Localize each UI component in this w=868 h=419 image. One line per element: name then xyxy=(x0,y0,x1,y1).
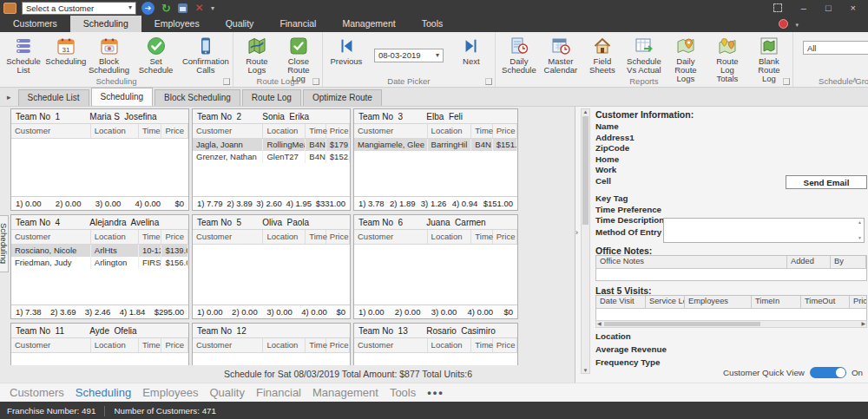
column-header-location[interactable]: Location xyxy=(91,124,139,138)
combo-schedule-group[interactable]: All▾ xyxy=(803,41,868,55)
column-header-timeout[interactable]: TimeOut xyxy=(801,296,850,308)
column-header-added[interactable]: Added xyxy=(787,256,831,268)
table-row[interactable]: Friedman, JudyArlingtonFIRST$156.00 xyxy=(11,257,188,269)
method-of-entry-input[interactable]: ▲ ▼ xyxy=(663,218,865,243)
scroll-up-icon[interactable]: ▲ xyxy=(582,109,589,115)
column-header-time[interactable]: Time xyxy=(471,338,492,352)
menu-tab-financial[interactable]: Financial xyxy=(266,16,329,32)
dialog-launcher-icon[interactable] xyxy=(223,78,230,85)
column-header-by[interactable]: By xyxy=(831,256,866,268)
column-header-time[interactable]: Time xyxy=(471,230,492,244)
column-header-customer[interactable]: Customer xyxy=(193,338,263,352)
team-panel-header[interactable]: Team No 12 xyxy=(193,324,350,338)
menu-tab-tools[interactable]: Tools xyxy=(409,16,457,32)
side-tab-scheduling[interactable]: Scheduling xyxy=(0,215,9,272)
column-header-customer[interactable]: Customer xyxy=(11,124,91,138)
tab-scheduling[interactable]: Scheduling xyxy=(91,88,153,106)
column-header-location[interactable]: Location xyxy=(428,338,472,352)
column-header-timein[interactable]: TimeIn xyxy=(752,296,801,308)
dialog-launcher-icon[interactable] xyxy=(485,78,492,85)
ribbon-button-block-scheduling[interactable]: Block Scheduling xyxy=(88,34,131,75)
column-header-time[interactable]: Time xyxy=(471,124,492,138)
nav-overflow-dots[interactable]: ••• xyxy=(427,386,444,399)
expand-window-icon[interactable] xyxy=(773,3,782,12)
scrollbar-thumb[interactable] xyxy=(604,322,760,326)
column-header-price[interactable]: Price xyxy=(161,124,188,138)
table-row[interactable]: Rosciano, NicoleArlHts10-12$139.00 xyxy=(11,245,188,257)
menu-tab-customers[interactable]: Customers xyxy=(0,16,70,32)
column-header-location[interactable]: Location xyxy=(91,230,139,244)
back-icon[interactable]: ➔ xyxy=(141,2,155,15)
column-header-service-level[interactable]: Service Level xyxy=(646,296,685,308)
team-panel-header[interactable]: Team No 5Oliva Paola xyxy=(193,215,350,230)
toolbar-more-dropdown-icon[interactable]: ▾ xyxy=(211,4,214,12)
ribbon-button-master-calendar[interactable]: Master Calendar xyxy=(540,34,582,75)
save-icon[interactable] xyxy=(178,3,187,13)
column-header-time[interactable]: Time xyxy=(139,338,162,352)
ribbon-button-daily-schedule[interactable]: Daily Schedule xyxy=(498,34,540,75)
team-panel-header[interactable]: Team No 3Elba Feli xyxy=(354,109,517,124)
bottom-nav-tools[interactable]: Tools xyxy=(390,386,416,399)
bottom-nav-employees[interactable]: Employees xyxy=(142,386,198,399)
column-header-price[interactable]: Price xyxy=(161,230,188,244)
scroll-left-icon[interactable]: ◀ xyxy=(597,321,602,327)
ribbon-button-scheduling[interactable]: 31Scheduling xyxy=(44,34,88,67)
customer-quick-view-toggle[interactable] xyxy=(810,367,846,378)
column-header-customer[interactable]: Customer xyxy=(354,338,428,352)
column-header-customer[interactable]: Customer xyxy=(354,124,428,138)
column-header-price[interactable]: Price xyxy=(326,338,350,352)
bottom-nav-quality[interactable]: Quality xyxy=(210,386,245,399)
column-header-time[interactable]: Time xyxy=(139,124,162,138)
tab-optimize-route[interactable]: Optimize Route xyxy=(303,89,382,106)
column-header-time[interactable]: Time xyxy=(306,230,326,244)
column-header-price[interactable]: Price xyxy=(493,230,517,244)
bottom-nav-management[interactable]: Management xyxy=(312,386,378,399)
minimize-icon[interactable]: – xyxy=(801,3,806,13)
combo-date-picker[interactable]: 08-03-2019▾ xyxy=(374,49,444,62)
maximize-icon[interactable]: □ xyxy=(825,3,832,13)
team-panel-header[interactable]: Team No 11Ayde Ofelia xyxy=(11,324,188,338)
menu-tab-management[interactable]: Management xyxy=(329,16,408,32)
column-header-price[interactable]: Price xyxy=(493,338,517,352)
column-header-employees[interactable]: Employees xyxy=(685,296,752,308)
team-panel-header[interactable]: Team No 13Rosario Casimiro xyxy=(354,324,517,338)
column-header-price[interactable]: Price xyxy=(161,338,188,352)
column-header-customer[interactable]: Customer xyxy=(354,230,428,244)
panel-expander-icon[interactable]: › xyxy=(575,228,578,237)
table-row[interactable]: Jagla, JoannRollingMeaB4N$179.00 xyxy=(193,139,350,151)
column-header-location[interactable]: Location xyxy=(263,230,306,244)
column-header-location[interactable]: Location xyxy=(91,338,139,352)
ribbon-button-previous[interactable]: Previous xyxy=(326,34,367,67)
column-header-price[interactable]: Price xyxy=(326,124,350,138)
scroll-down-icon[interactable]: ▼ xyxy=(582,368,589,373)
tab-scroll-arrow-icon[interactable]: ▸ xyxy=(2,93,16,101)
tab-block-scheduling[interactable]: Block Scheduling xyxy=(155,89,240,106)
ribbon-button-route-logs[interactable]: Route Logs xyxy=(236,34,278,75)
close-icon[interactable]: × xyxy=(851,3,856,13)
bottom-nav-financial[interactable]: Financial xyxy=(256,386,301,399)
tab-schedule-list[interactable]: Schedule List xyxy=(18,89,89,106)
table-row[interactable] xyxy=(596,269,866,280)
column-header-date-visit[interactable]: Date Visit xyxy=(596,296,646,308)
column-header-customer[interactable]: Customer xyxy=(11,338,91,352)
scrollbar-thumb[interactable] xyxy=(582,116,589,225)
tab-route-log[interactable]: Route Log xyxy=(242,89,301,106)
menu-tab-quality[interactable]: Quality xyxy=(213,16,267,32)
team-panel-header[interactable]: Team No 2Sonia Erika xyxy=(193,109,350,124)
ribbon-button-field-sheets[interactable]: Field Sheets xyxy=(582,34,623,75)
table-row[interactable] xyxy=(596,309,866,320)
column-header-location[interactable]: Location xyxy=(263,338,306,352)
ribbon-button-schedule-list[interactable]: Schedule List xyxy=(3,34,44,75)
column-header-time[interactable]: Time xyxy=(306,124,326,138)
horizontal-scrollbar[interactable]: ◀ ▶ xyxy=(595,320,867,328)
team-panel-header[interactable]: Team No 1Maria S Josefina xyxy=(11,109,188,124)
ribbon-button-set-schedule[interactable]: Set Schedule xyxy=(130,34,181,75)
help-dropdown-icon[interactable]: ▾ xyxy=(795,22,799,29)
dialog-launcher-icon[interactable] xyxy=(312,78,319,85)
team-panel-header[interactable]: Team No 6Juana Carmen xyxy=(354,215,517,230)
bottom-nav-scheduling[interactable]: Scheduling xyxy=(76,386,131,399)
bottom-nav-customers[interactable]: Customers xyxy=(10,386,64,399)
menu-tab-employees[interactable]: Employees xyxy=(141,16,213,32)
menu-tab-scheduling[interactable]: Scheduling xyxy=(70,16,141,32)
vertical-scrollbar[interactable]: ▲ ▼ xyxy=(581,108,590,374)
